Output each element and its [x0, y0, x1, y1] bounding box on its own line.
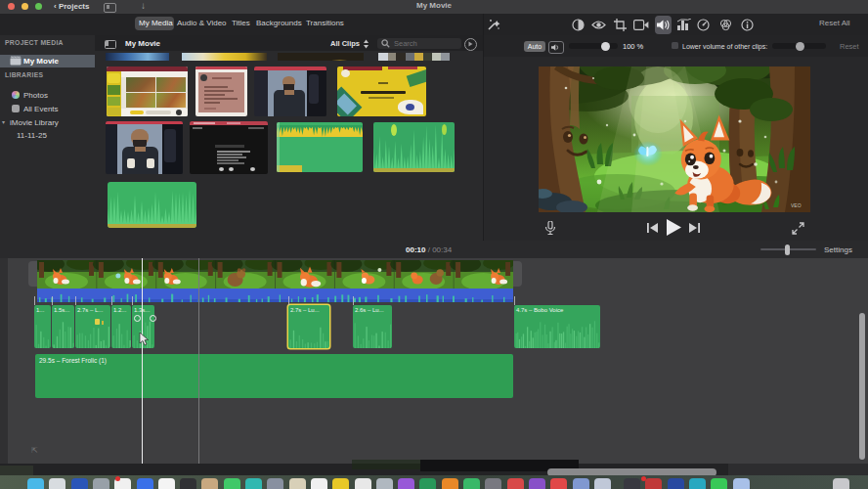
svg-text:VEO: VEO: [791, 202, 802, 208]
